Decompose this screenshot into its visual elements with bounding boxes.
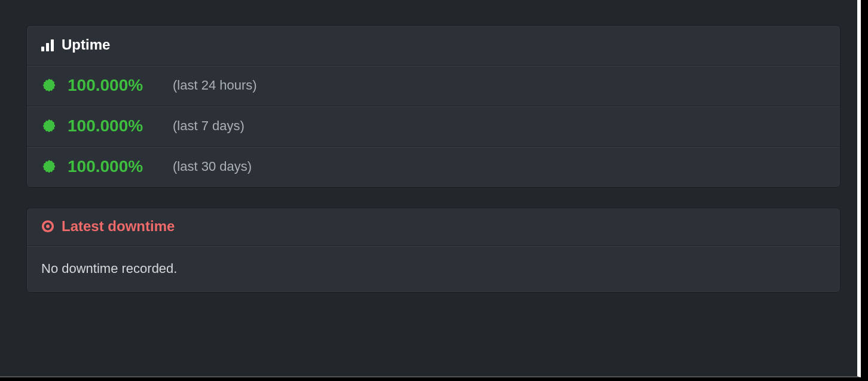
record-icon xyxy=(41,220,54,233)
uptime-row: 100.000% (last 30 days) xyxy=(27,147,840,187)
status-seal-icon xyxy=(41,78,57,93)
uptime-value: 100.000% xyxy=(68,116,162,136)
uptime-value: 100.000% xyxy=(68,157,162,176)
uptime-panel: Uptime 100.000% (last 24 hours) 100.000%… xyxy=(26,25,841,188)
status-seal-icon xyxy=(41,159,57,174)
downtime-body-text: No downtime recorded. xyxy=(27,246,840,292)
uptime-value: 100.000% xyxy=(68,76,162,95)
uptime-period: (last 30 days) xyxy=(173,159,252,174)
svg-point-1 xyxy=(46,225,50,228)
uptime-row: 100.000% (last 7 days) xyxy=(27,106,840,147)
downtime-panel-title: Latest downtime xyxy=(62,218,175,235)
uptime-rows: 100.000% (last 24 hours) 100.000% (last … xyxy=(27,66,840,187)
uptime-period: (last 7 days) xyxy=(173,118,244,134)
uptime-panel-header: Uptime xyxy=(27,26,840,66)
status-seal-icon xyxy=(41,118,57,134)
downtime-panel: Latest downtime No downtime recorded. xyxy=(26,208,841,293)
uptime-period: (last 24 hours) xyxy=(173,78,257,93)
dashboard-frame: Uptime 100.000% (last 24 hours) 100.000%… xyxy=(0,0,861,377)
uptime-panel-title: Uptime xyxy=(62,36,110,53)
bar-chart-icon xyxy=(41,38,54,51)
downtime-panel-header: Latest downtime xyxy=(27,208,840,246)
uptime-row: 100.000% (last 24 hours) xyxy=(27,66,840,106)
